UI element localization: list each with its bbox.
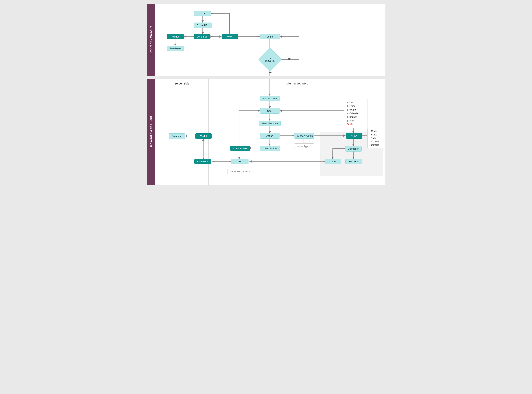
node-client-action: Client Action [260,146,280,151]
view-types-list: ListFromGraphCalendarKanbanPivotMap [345,99,368,128]
view-type-item: From [347,104,365,108]
node-view: View [222,34,238,39]
view-type-item: List [347,101,365,104]
view-type-label: Map [350,123,354,126]
frontend-canvas: User Route/URL Model Controller View Dat… [155,4,385,76]
view-info-item: - Model [370,130,384,133]
node-user-b: User [260,108,280,114]
edge-label-no: No [288,58,291,60]
col-client-header: Client Side / SPA [208,79,385,88]
section-frontend: Frontend / Website [147,4,385,76]
node-controller-b: Controller [194,159,211,164]
view-type-label: From [350,104,355,108]
node-window-action: Window Action [294,133,314,139]
backend-canvas: Server Side Client Side / SPA [155,79,385,185]
node-model-b: Model [195,133,212,139]
section-frontend-label: Frontend / Website [147,4,155,76]
view-info-rows: - Model- Fields- Arch- Context- Domain [370,130,384,147]
bullet-square-icon [347,116,348,118]
view-info-item: - Fields [370,133,384,136]
view-types-list-rows: ListFromGraphCalendarKanbanPivotMap [347,101,365,126]
node-view-b: View [346,133,362,139]
node-controller: Controller [194,34,210,39]
node-api: API [231,159,248,164]
bullet-square-icon [347,113,348,114]
node-controller2: Controller [345,146,362,151]
view-info-item: - Domain [370,143,384,147]
view-type-label: Calendar [350,112,359,115]
node-model2: Model [324,159,341,164]
view-type-item: Graph [347,108,365,112]
node-model: Model [167,34,184,39]
node-action: Action [260,133,280,139]
view-type-item: Map [347,123,365,126]
node-login: Login [260,34,280,39]
section-backend: Backend / Web Client Server Side Client … [147,79,385,185]
node-route: Route/URL [194,23,212,28]
bullet-square-icon [347,109,348,111]
node-view-types: View Types [294,143,314,149]
view-type-item: Calendar [347,112,365,115]
column-headers: Server Side Client Side / SPA [155,79,385,88]
view-type-label: Graph [350,108,356,112]
node-database-b: Database [169,133,185,139]
bullet-square-icon [347,105,348,107]
section-frontend-title: Frontend / Website [150,26,153,55]
col-server-header: Server Side [155,79,208,88]
node-decision-wrap: Is logged in? [262,51,278,68]
bullet-square-icon [347,102,348,104]
node-renderer: Renderer [345,159,362,164]
diagram-page: Frontend / Website [147,4,385,185]
view-type-item: Pivot [347,119,365,123]
node-user: User [194,11,211,16]
view-type-item: Kanban [347,115,365,119]
section-backend-title: Backend / Web Client [150,116,153,148]
view-info-box: - Model- Fields- Arch- Context- Domain [367,128,385,148]
node-database: Database [167,46,184,51]
view-type-label: Kanban [350,115,357,119]
node-homescreen: Homescreen [260,96,280,101]
section-backend-label: Backend / Web Client [147,79,155,185]
view-info-item: - Context [370,140,384,143]
view-info-item: - Arch [370,136,384,140]
node-menu: Menu/Submenu [259,121,281,126]
edge-label-yes: Yes [268,71,273,74]
view-type-label: List [350,101,353,104]
bullet-square-icon [347,120,348,122]
view-type-label: Pivot [350,119,355,123]
node-orm: ORM/RPC Services [227,169,252,174]
bullet-ring-icon [347,123,349,125]
decision-label: Is logged in? [262,51,278,68]
node-custom-view: Custom View [230,146,250,151]
